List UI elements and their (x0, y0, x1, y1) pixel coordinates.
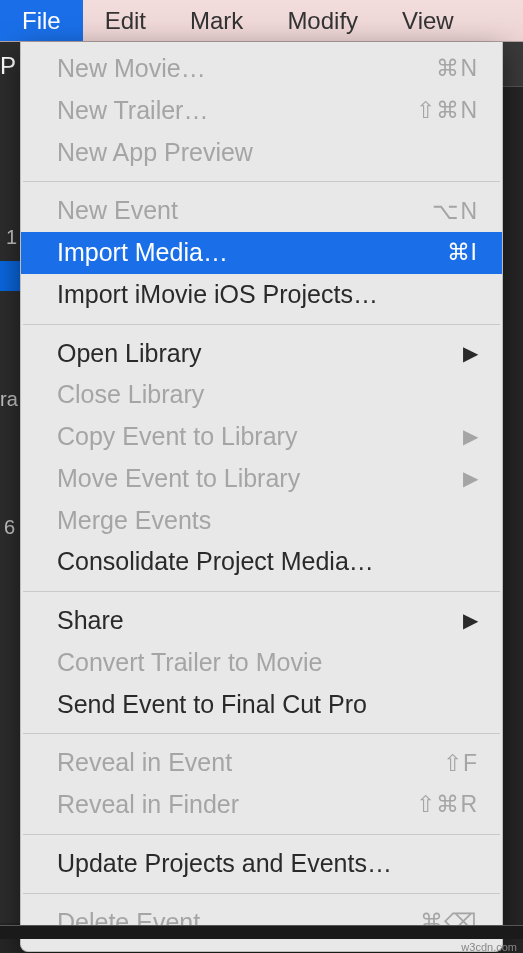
side-char: 6 (4, 516, 15, 539)
menu-item-consolidate-project-media[interactable]: Consolidate Project Media… (21, 541, 502, 583)
menu-item-merge-events: Merge Events (21, 500, 502, 542)
menu-item-import-imovie-ios[interactable]: Import iMovie iOS Projects… (21, 274, 502, 316)
menu-item-send-to-fcp[interactable]: Send Event to Final Cut Pro (21, 684, 502, 726)
side-char: 1 (6, 226, 17, 249)
bottom-bar (0, 925, 523, 939)
sidebar-sliver: 1 ra 6 (0, 42, 20, 923)
menu-item-move-event-to-library: Move Event to Library ▶ (21, 458, 502, 500)
menu-separator (23, 733, 500, 734)
menu-label: Copy Event to Library (57, 420, 451, 454)
menu-item-import-media[interactable]: Import Media… ⌘I (21, 232, 502, 274)
menu-mark[interactable]: Mark (168, 0, 265, 41)
menu-label: Reveal in Event (57, 746, 443, 780)
menu-label: New Trailer… (57, 94, 416, 128)
menu-shortcut: ⌘I (447, 237, 478, 268)
menu-label: Open Library (57, 337, 451, 371)
menu-label: Update Projects and Events… (57, 847, 478, 881)
menu-label: Import iMovie iOS Projects… (57, 278, 478, 312)
menu-item-share[interactable]: Share ▶ (21, 600, 502, 642)
menu-item-new-app-preview: New App Preview (21, 132, 502, 174)
menu-item-update-projects-events[interactable]: Update Projects and Events… (21, 843, 502, 885)
menu-shortcut: ⌥N (432, 196, 478, 227)
menu-item-convert-trailer: Convert Trailer to Movie (21, 642, 502, 684)
menu-shortcut: ⌘N (436, 53, 478, 84)
menu-label: New App Preview (57, 136, 478, 170)
chevron-right-icon: ▶ (463, 423, 478, 450)
menu-label: New Event (57, 194, 432, 228)
menu-separator (23, 181, 500, 182)
menu-separator (23, 591, 500, 592)
sidebar-highlight (0, 261, 20, 291)
watermark: w3cdn.com (461, 941, 517, 953)
menu-shortcut: ⇧F (443, 748, 478, 779)
chevron-right-icon: ▶ (463, 465, 478, 492)
menu-label: Import Media… (57, 236, 447, 270)
menu-separator (23, 324, 500, 325)
menu-label: Move Event to Library (57, 462, 451, 496)
menu-item-new-trailer: New Trailer… ⇧⌘N (21, 90, 502, 132)
menu-label: Reveal in Finder (57, 788, 416, 822)
menu-label: Merge Events (57, 504, 478, 538)
menu-shortcut: ⇧⌘N (416, 95, 478, 126)
menu-separator (23, 893, 500, 894)
menu-modify[interactable]: Modify (265, 0, 380, 41)
menu-item-close-library: Close Library (21, 374, 502, 416)
menu-separator (23, 834, 500, 835)
menu-item-reveal-in-finder: Reveal in Finder ⇧⌘R (21, 784, 502, 826)
menu-item-new-movie: New Movie… ⌘N (21, 48, 502, 90)
menu-shortcut: ⇧⌘R (416, 789, 478, 820)
chevron-right-icon: ▶ (463, 340, 478, 367)
menu-item-copy-event-to-library: Copy Event to Library ▶ (21, 416, 502, 458)
menu-file[interactable]: File (0, 0, 83, 41)
side-char: ra (0, 388, 18, 411)
menu-view[interactable]: View (380, 0, 476, 41)
menu-item-open-library[interactable]: Open Library ▶ (21, 333, 502, 375)
menu-item-reveal-in-event: Reveal in Event ⇧F (21, 742, 502, 784)
menu-edit[interactable]: Edit (83, 0, 168, 41)
menu-label: Consolidate Project Media… (57, 545, 478, 579)
file-menu-dropdown: New Movie… ⌘N New Trailer… ⇧⌘N New App P… (20, 42, 503, 952)
menu-label: Close Library (57, 378, 478, 412)
menu-item-new-event: New Event ⌥N (21, 190, 502, 232)
background-char: P (0, 52, 16, 80)
chevron-right-icon: ▶ (463, 607, 478, 634)
menubar: File Edit Mark Modify View (0, 0, 523, 42)
menu-label: New Movie… (57, 52, 436, 86)
menu-label: Share (57, 604, 451, 638)
menu-label: Send Event to Final Cut Pro (57, 688, 478, 722)
menu-label: Convert Trailer to Movie (57, 646, 478, 680)
